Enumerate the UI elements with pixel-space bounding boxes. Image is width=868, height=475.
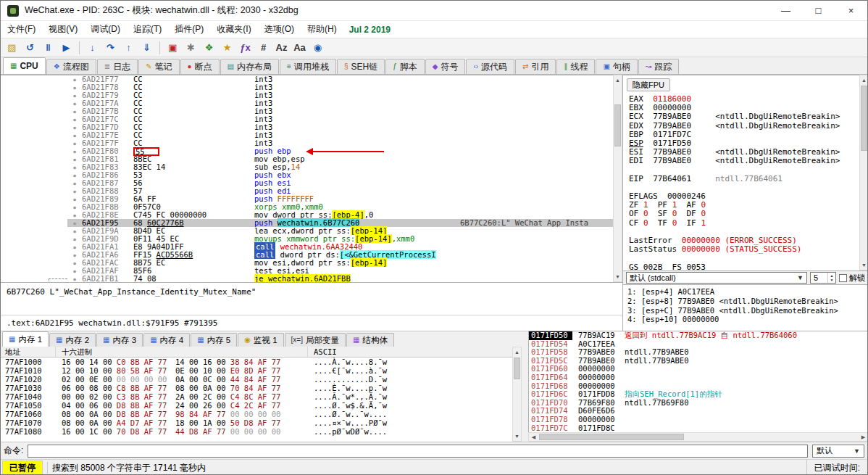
dump-row[interactable]: 77AF106008 00 0A 00 D8 8B AF 7798 84 AF …: [1, 410, 512, 418]
breakpoint-dot[interactable]: ●: [67, 75, 82, 83]
register-line[interactable]: EDI 77B9ABE0 <ntdll.DbgUiRemoteBreakin>: [629, 157, 840, 165]
tab-struct[interactable]: ▦结构体: [346, 333, 394, 347]
breakpoint-dot[interactable]: ●: [67, 179, 82, 187]
breakpoint-dot[interactable]: ●: [67, 195, 82, 203]
step-over-button[interactable]: ↷: [102, 40, 119, 56]
registers-scrollbar[interactable]: ▲ ▼: [859, 75, 868, 270]
stack-row[interactable]: 0171FD7800000000: [529, 416, 868, 424]
arg-count-spinner[interactable]: 5 ▲▼: [810, 272, 836, 284]
tab-notes[interactable]: ✎笔记: [138, 59, 179, 74]
plugins-button[interactable]: ❖: [201, 40, 217, 56]
breakpoint-dot[interactable]: ●: [67, 187, 82, 195]
breakpoint-dot[interactable]: ●: [67, 131, 82, 139]
tab-log[interactable]: ≣日志: [97, 59, 138, 74]
breakpoint-dot[interactable]: ●: [67, 211, 82, 219]
tab-trace[interactable]: ↝跟踪: [638, 59, 679, 74]
tab-cpu[interactable]: ▦CPU: [3, 57, 46, 74]
dump-row[interactable]: 77AF101012 00 10 00 80 5B AF 770E 00 10 …: [1, 366, 512, 375]
argument-row[interactable]: 3: [esp+C] 77B9ABE0 <ntdll.DbgUiRemoteBr…: [627, 306, 864, 315]
scroll-thumb[interactable]: [514, 358, 520, 379]
breakpoint-dot[interactable]: ●: [67, 259, 82, 267]
tab-dump-4[interactable]: ▦内存 4: [143, 333, 190, 347]
breakpoint-dot[interactable]: ●: [67, 275, 82, 282]
step-out-button[interactable]: ↑: [120, 40, 137, 56]
stack-row[interactable]: 0171FD7C0171FD8C: [529, 424, 868, 432]
breakpoint-dot[interactable]: ●: [67, 227, 82, 235]
breakpoint-dot[interactable]: ●: [67, 115, 82, 123]
register-line[interactable]: EIP 77B64061 ntdll.77B64061: [629, 175, 840, 183]
strings-az-button[interactable]: Az: [273, 40, 290, 56]
disasm-address[interactable]: 6AD21FB1: [82, 275, 127, 282]
checkbox-icon[interactable]: [839, 274, 847, 282]
pause-button[interactable]: ‖: [40, 40, 57, 56]
script-fx-button[interactable]: ƒx: [237, 40, 254, 56]
tab-watch-1[interactable]: ◉监视 1: [238, 333, 283, 347]
close-button[interactable]: ×: [835, 1, 867, 20]
breakpoint-dot[interactable]: ●: [67, 235, 82, 243]
tab-memmap[interactable]: ▤内存布局: [220, 59, 279, 74]
maximize-button[interactable]: □: [802, 1, 835, 20]
hash-button[interactable]: #: [255, 40, 272, 56]
dump-row[interactable]: 77AF104000 00 02 00 C3 8B AF 772A 00 2C …: [1, 392, 512, 401]
dump-row[interactable]: 77AF105004 00 06 00 D8 8B AF 7724 00 26 …: [1, 401, 512, 410]
settings-button[interactable]: ✱: [183, 40, 199, 56]
stack-row[interactable]: 0171FD6C0171FDD8指向SEH_Record[1]的指针: [529, 390, 868, 399]
spinner-arrows-icon[interactable]: ▲▼: [827, 273, 835, 283]
command-input[interactable]: [28, 445, 808, 458]
breakpoint-dot[interactable]: ●: [67, 155, 82, 163]
scroll-right-icon[interactable]: ▶: [859, 433, 868, 441]
stack-row[interactable]: 0171FD6400000000: [529, 373, 868, 382]
tab-graph[interactable]: ❖流程图: [46, 59, 96, 74]
scroll-thumb[interactable]: [614, 104, 621, 146]
argument-row[interactable]: 2: [esp+8] 77B9ABE0 <ntdll.DbgUiRemoteBr…: [627, 297, 864, 306]
tab-seh[interactable]: §SEH链: [337, 59, 385, 74]
menu-plugins[interactable]: 插件(P): [168, 21, 210, 38]
favourites-button[interactable]: ★: [219, 40, 235, 56]
scroll-up-icon[interactable]: ▲: [614, 75, 622, 85]
breakpoint-dot[interactable]: ●: [67, 139, 82, 147]
tab-dump-2[interactable]: ▦内存 2: [49, 333, 96, 347]
tab-source[interactable]: ‹›源代码: [466, 59, 514, 74]
register-line[interactable]: GS 002B FS 0053: [629, 263, 840, 270]
breakpoint-dot[interactable]: ●: [67, 147, 82, 155]
register-line[interactable]: LastStatus 00000000 (STATUS_SUCCESS): [629, 245, 840, 254]
dump-header-hex[interactable]: 十六进制: [56, 347, 308, 357]
breakpoint-dot[interactable]: ●: [67, 219, 82, 227]
command-profile-select[interactable]: 默认 ▼: [812, 445, 864, 458]
tab-callstack[interactable]: ≡调用堆栈: [280, 59, 336, 74]
tab-locals[interactable]: [x=]局部变量: [285, 333, 346, 347]
breakpoint-dot[interactable]: ●: [67, 99, 82, 107]
restart-button[interactable]: ↺: [22, 40, 38, 56]
scroll-thumb[interactable]: [861, 86, 867, 151]
stack-row[interactable]: 0171FD5077B9AC19返回到 ntdll.77B9AC19 自 ntd…: [529, 331, 868, 340]
calling-convention-select[interactable]: 默认 (stdcall) ▼: [626, 272, 807, 284]
run-to-user-code-button[interactable]: ⇓: [138, 40, 155, 56]
dump-header-ascii[interactable]: ASCII: [308, 347, 512, 357]
dump-row[interactable]: 77AF107008 00 0A 00 A4 D7 AF 7718 00 1A …: [1, 418, 512, 427]
scroll-left-icon[interactable]: ◀: [529, 433, 538, 441]
breakpoint-dot[interactable]: ●: [67, 243, 82, 251]
tab-threads[interactable]: ∥线程: [556, 59, 595, 74]
menu-view[interactable]: 视图(V): [42, 21, 84, 38]
scylla-button[interactable]: ▣: [164, 40, 181, 56]
disasm-scrollbar[interactable]: ▲ ▼: [613, 75, 622, 282]
breakpoint-dot[interactable]: ●: [67, 123, 82, 131]
breakpoint-dot[interactable]: ●: [67, 171, 82, 179]
font-button[interactable]: Aa: [291, 40, 308, 56]
tab-references[interactable]: ⇄引用: [515, 59, 556, 74]
menu-trace[interactable]: 追踪(T): [127, 21, 168, 38]
tab-symbols[interactable]: ◆符号: [425, 59, 466, 74]
dump-row[interactable]: 77AF108016 00 1C 00 70 D8 AF 7744 D8 AF …: [1, 427, 512, 436]
argument-row[interactable]: 1: [esp+4] A0C17EEA: [627, 287, 864, 297]
disasm-row[interactable]: ●6AD21FB174 08je wechatwin.6AD21FBB: [1, 275, 613, 282]
menu-options[interactable]: 选项(O): [258, 21, 301, 38]
scroll-down-icon[interactable]: ▼: [513, 431, 521, 441]
breakpoint-dot[interactable]: ●: [67, 203, 82, 211]
breakpoint-dot[interactable]: ●: [67, 83, 82, 91]
dump-scrollbar[interactable]: ▲ ▼: [512, 347, 522, 442]
scroll-thumb[interactable]: [539, 434, 684, 440]
tab-dump-5[interactable]: ▦内存 5: [191, 333, 237, 347]
breakpoint-dot[interactable]: ●: [67, 267, 82, 275]
hide-fpu-button[interactable]: 隐藏FPU: [627, 78, 670, 91]
run-button[interactable]: ▶: [58, 40, 75, 56]
